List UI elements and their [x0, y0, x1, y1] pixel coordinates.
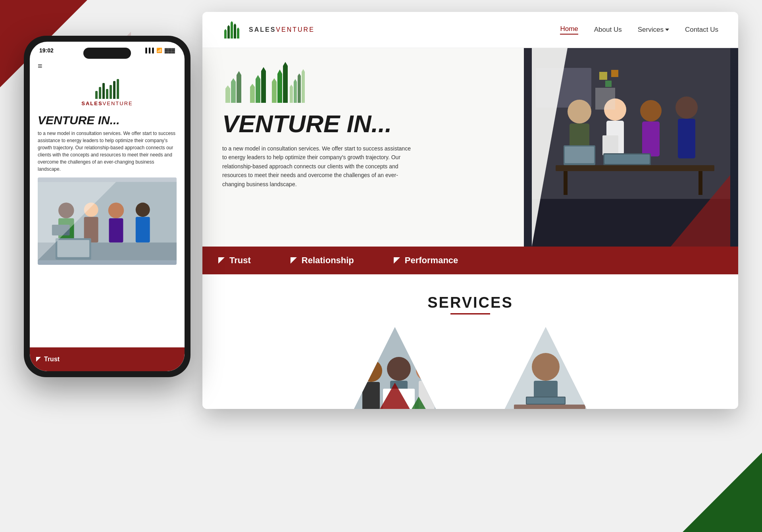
hero-body: to a new model in consultation services.…	[222, 144, 413, 189]
services-grid: SALES MANAGEMENT COACHING & SURROGACY	[218, 327, 722, 409]
svg-rect-39	[605, 81, 612, 87]
svg-rect-51	[678, 119, 695, 158]
svg-rect-74	[527, 397, 565, 404]
svg-rect-49	[642, 121, 660, 156]
svg-point-9	[136, 202, 150, 217]
main-container: 19:02 ▐▐▐ 📶 ▓▓▓ ≡	[24, 12, 738, 520]
svg-marker-16	[231, 21, 233, 39]
logo-bar-1	[95, 91, 98, 99]
hero-people-svg	[524, 48, 738, 247]
performance-label: Performance	[405, 255, 458, 266]
nav-link-home[interactable]: Home	[560, 25, 578, 35]
svg-marker-28	[290, 85, 293, 103]
svg-marker-20	[231, 78, 236, 103]
service-card-1: SALES MANAGEMENT COACHING & SURROGACY	[327, 327, 462, 409]
svg-marker-29	[294, 79, 297, 103]
service-1-svg	[339, 327, 450, 409]
desktop-logo-icon	[222, 20, 244, 40]
svg-point-60	[360, 360, 382, 382]
services-title: SERVICES	[427, 294, 513, 311]
relationship-arrow-icon	[291, 257, 297, 264]
phone-bottom-arrow-icon	[36, 357, 41, 362]
svg-marker-31	[302, 69, 305, 103]
battery-icon: ▓▓▓	[165, 48, 175, 53]
svg-point-48	[640, 100, 662, 121]
svg-marker-26	[277, 69, 282, 103]
service-card-1-image-bg	[339, 327, 450, 409]
svg-rect-12	[57, 240, 89, 257]
service-2-svg	[490, 327, 601, 409]
desktop-nav: SALESVENTURE Home About Us Services Cont…	[202, 12, 738, 48]
services-title-wrap: SERVICES	[218, 294, 722, 311]
nav-link-contact[interactable]: Contact Us	[685, 26, 718, 34]
svg-marker-19	[225, 85, 230, 103]
svg-rect-52	[556, 165, 714, 171]
svg-rect-56	[604, 154, 650, 164]
svg-rect-72	[514, 405, 585, 409]
phone-hamburger-menu[interactable]: ≡	[38, 59, 177, 74]
phone-hero-body: to a new model in consultation services.…	[38, 130, 177, 173]
hero-image-bg	[524, 48, 738, 247]
chevron-down-icon	[665, 29, 669, 31]
hero-right-image	[524, 48, 738, 247]
performance-arrow-icon	[394, 257, 400, 264]
phone-screen: 19:02 ▐▐▐ 📶 ▓▓▓ ≡	[30, 42, 185, 371]
wifi-icon: 📶	[156, 48, 162, 53]
service-card-2: EXECUTIVE ADVISORY & STRATEGY	[478, 327, 613, 409]
phone-people-bg	[38, 177, 177, 265]
logo-bar-6	[113, 81, 115, 99]
phone-brand-part2: VENTURE	[103, 100, 133, 106]
phone-status-icons: ▐▐▐ 📶 ▓▓▓	[144, 48, 175, 53]
brand-part1: SALES	[249, 26, 276, 33]
hero-logo-svg	[222, 60, 310, 104]
svg-point-64	[416, 359, 437, 381]
trust-label: Trust	[229, 255, 251, 266]
svg-point-7	[108, 202, 124, 218]
service-card-2-image-bg	[490, 327, 601, 409]
phone-trust-label: Trust	[44, 356, 60, 363]
hero-logo-large	[222, 64, 504, 104]
phone-brand: SALESVENTURE	[38, 100, 177, 106]
svg-marker-17	[234, 23, 236, 39]
phone-trust-bar: Trust	[30, 347, 185, 371]
trust-performance-bar: Trust Relationship Performance	[202, 247, 738, 274]
logo-bar-4	[106, 89, 108, 99]
desktop-logo: SALESVENTURE	[222, 20, 315, 40]
signal-icon: ▐▐▐	[144, 48, 154, 53]
relationship-label: Relationship	[302, 255, 354, 266]
desktop-nav-links: Home About Us Services Contact Us	[560, 25, 718, 35]
phone-content: ≡ SALESVENTURE	[30, 55, 185, 365]
svg-rect-53	[564, 171, 568, 195]
phone-time: 19:02	[39, 47, 54, 54]
logo-bar-5	[110, 85, 112, 99]
svg-marker-15	[227, 25, 230, 39]
brand-part2: VENTURE	[276, 26, 314, 33]
svg-marker-22	[250, 84, 255, 103]
hero-title: VENTURE IN...	[222, 112, 504, 136]
phone-notch	[83, 48, 131, 59]
phone-hero-image	[38, 177, 177, 265]
svg-rect-38	[611, 70, 618, 77]
svg-rect-43	[565, 146, 594, 163]
phone-people-svg	[38, 177, 177, 265]
svg-marker-14	[224, 29, 227, 39]
desktop-logo-svg	[222, 18, 244, 40]
trust-item-trust: Trust	[202, 247, 275, 274]
svg-marker-76	[581, 331, 597, 347]
service-card-1-image	[339, 327, 450, 409]
logo-bar-3	[102, 83, 105, 99]
phone-brand-part1: SALES	[81, 100, 102, 106]
logo-bar-2	[99, 87, 101, 99]
trust-item-performance: Performance	[378, 247, 482, 274]
svg-rect-8	[109, 218, 123, 243]
phone-mockup: 19:02 ▐▐▐ 📶 ▓▓▓ ≡	[24, 36, 190, 377]
svg-rect-54	[698, 171, 702, 195]
nav-link-services[interactable]: Services	[638, 26, 669, 34]
svg-rect-45	[595, 88, 615, 110]
svg-marker-25	[272, 78, 277, 103]
nav-link-about[interactable]: About Us	[594, 26, 622, 34]
svg-point-50	[675, 96, 698, 119]
svg-rect-61	[362, 382, 380, 409]
desktop-brand-text: SALESVENTURE	[249, 26, 315, 33]
desktop-hero: VENTURE IN... to a new model in consulta…	[202, 48, 738, 247]
